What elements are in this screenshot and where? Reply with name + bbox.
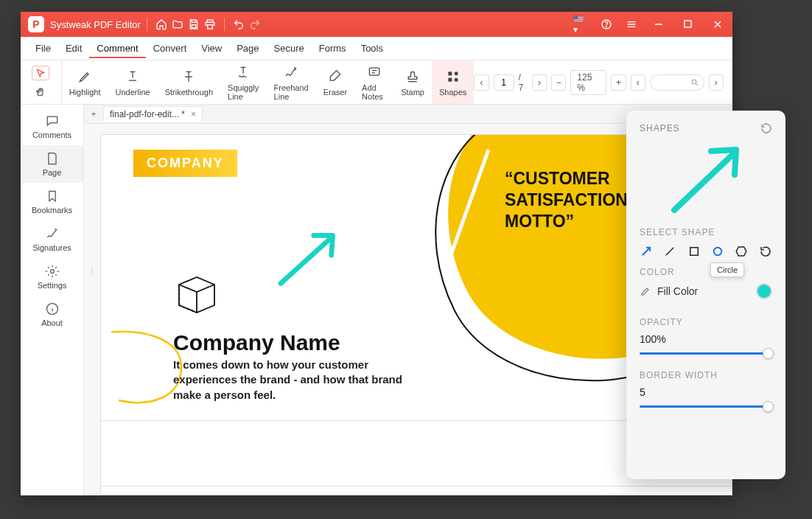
shapes-icon xyxy=(446,69,461,85)
sidebar-item-signatures[interactable]: Signatures xyxy=(21,220,83,258)
undo-icon[interactable] xyxy=(231,16,247,32)
tool-stamp[interactable]: Stamp xyxy=(393,60,432,104)
print-icon[interactable] xyxy=(202,16,218,32)
sidebar-item-settings[interactable]: Settings xyxy=(21,258,83,296)
flag-icon[interactable]: 🇺🇸 ▾ xyxy=(573,16,589,32)
drawn-arrow-shape[interactable] xyxy=(275,227,346,290)
toolbar: Highlight Underline Strikethrough Squigg… xyxy=(21,60,732,105)
window-close-button[interactable] xyxy=(707,14,728,35)
sidebar-item-about[interactable]: About xyxy=(21,296,83,333)
new-tab-button[interactable]: + xyxy=(84,109,103,119)
window-maximize-button[interactable] xyxy=(678,14,699,35)
tool-label: Strikethrough xyxy=(165,88,213,97)
find-prev-button[interactable]: ‹ xyxy=(631,74,645,91)
help-icon[interactable] xyxy=(598,16,615,32)
shape-arrow-button[interactable] xyxy=(640,243,653,260)
zoom-display[interactable]: 125 % xyxy=(570,70,606,95)
fill-color-swatch[interactable] xyxy=(756,283,772,299)
redo-icon[interactable] xyxy=(247,16,263,32)
menubar: File Edit Comment Convert View Page Secu… xyxy=(21,37,732,60)
border-width-value: 5 xyxy=(640,386,772,398)
shape-rotate-button[interactable] xyxy=(759,243,772,260)
menu-file[interactable]: File xyxy=(28,38,58,58)
opacity-label: OPACITY xyxy=(640,317,772,327)
fill-color-label: Fill Color xyxy=(657,285,698,297)
page-total: / 7 xyxy=(519,72,528,93)
select-shape-label: SELECT SHAPE xyxy=(640,227,772,237)
titlebar: P Systweak PDF Editor 🇺🇸 ▾ xyxy=(21,12,732,37)
shape-preview xyxy=(640,139,772,220)
tab-close-icon[interactable]: × xyxy=(191,109,196,119)
opacity-slider[interactable] xyxy=(640,346,772,360)
tool-highlight[interactable]: Highlight xyxy=(62,60,108,104)
border-width-slider[interactable] xyxy=(640,400,772,413)
tool-add-notes[interactable]: Add Notes xyxy=(354,60,393,104)
open-folder-icon[interactable] xyxy=(169,16,186,32)
sidebar-item-page[interactable]: Page xyxy=(21,145,83,183)
page-nav: ‹ / 7 › − 125 % + ‹ › xyxy=(474,60,732,104)
app-title: Systweak PDF Editor xyxy=(50,19,141,30)
menu-edit[interactable]: Edit xyxy=(58,38,89,58)
find-next-button[interactable]: › xyxy=(709,74,724,91)
panel-grip-icon[interactable]: ⋮⋮ xyxy=(88,267,94,289)
svg-point-8 xyxy=(454,72,458,75)
page-prev-button[interactable]: ‹ xyxy=(474,74,489,91)
underline-icon xyxy=(125,69,140,85)
pointer-tool-icon[interactable] xyxy=(32,66,49,80)
home-icon[interactable] xyxy=(153,16,169,32)
zoom-out-button[interactable]: − xyxy=(551,74,566,91)
tool-label: Underline xyxy=(116,88,150,97)
tool-shapes[interactable]: Shapes xyxy=(432,60,474,104)
pencil-icon xyxy=(640,285,651,297)
shape-selector-row: Circle xyxy=(640,243,772,260)
menu-view[interactable]: View xyxy=(194,38,229,58)
hamburger-icon[interactable] xyxy=(623,16,640,32)
shape-square-button[interactable] xyxy=(687,243,701,260)
shape-line-button[interactable] xyxy=(663,243,676,260)
menu-secure[interactable]: Secure xyxy=(267,38,312,58)
page-current-input[interactable] xyxy=(494,74,514,91)
document-tab[interactable]: final-pdf-for-edit... * × xyxy=(103,106,203,122)
search-input[interactable] xyxy=(650,74,704,91)
menu-convert[interactable]: Convert xyxy=(146,38,195,58)
menu-comment[interactable]: Comment xyxy=(89,38,145,58)
tool-label: Shapes xyxy=(439,88,466,97)
opacity-value: 100% xyxy=(640,333,772,345)
tool-label: Eraser xyxy=(323,88,347,97)
tool-label: Add Notes xyxy=(362,83,386,101)
tool-eraser[interactable]: Eraser xyxy=(316,60,354,104)
shape-tooltip: Circle xyxy=(710,262,744,277)
reset-icon[interactable] xyxy=(760,122,772,134)
tab-title: final-pdf-for-edit... * xyxy=(110,109,185,119)
comments-icon xyxy=(45,114,60,128)
svg-point-15 xyxy=(714,248,722,256)
menu-tools[interactable]: Tools xyxy=(354,38,391,58)
hand-tool-icon[interactable] xyxy=(32,85,49,100)
svg-rect-6 xyxy=(369,68,379,75)
save-icon[interactable] xyxy=(186,16,202,32)
zoom-in-button[interactable]: + xyxy=(611,74,626,91)
sidebar-item-bookmarks[interactable]: Bookmarks xyxy=(21,183,83,220)
company-name-heading: Company Name xyxy=(173,330,340,355)
window-minimize-button[interactable] xyxy=(648,14,669,35)
tool-strikethrough[interactable]: Strikethrough xyxy=(158,60,220,104)
tool-underline[interactable]: Underline xyxy=(108,60,158,104)
svg-rect-0 xyxy=(192,25,195,28)
company-body-text: It comes down to how your customer exper… xyxy=(173,358,431,403)
shape-circle-button[interactable] xyxy=(711,243,724,260)
menu-forms[interactable]: Forms xyxy=(312,38,354,58)
stamp-icon xyxy=(405,69,420,85)
tool-squiggly[interactable]: Squiggly Line xyxy=(220,60,267,104)
pointer-tool-group xyxy=(21,60,62,104)
fill-color-row[interactable]: Fill Color xyxy=(640,283,772,299)
strikethrough-icon xyxy=(181,69,196,85)
shapes-panel: SHAPES SELECT SHAPE Circle COLOR Fill Co… xyxy=(626,111,785,479)
sidebar-item-comments[interactable]: Comments xyxy=(21,108,83,145)
color-label: COLOR xyxy=(640,267,772,277)
tool-freehand[interactable]: Freehand Line xyxy=(267,60,316,104)
sidebar-item-label: About xyxy=(41,318,63,327)
svg-point-11 xyxy=(692,80,696,84)
page-next-button[interactable]: › xyxy=(532,74,547,91)
shape-hexagon-button[interactable] xyxy=(735,243,748,260)
menu-page[interactable]: Page xyxy=(229,38,266,58)
